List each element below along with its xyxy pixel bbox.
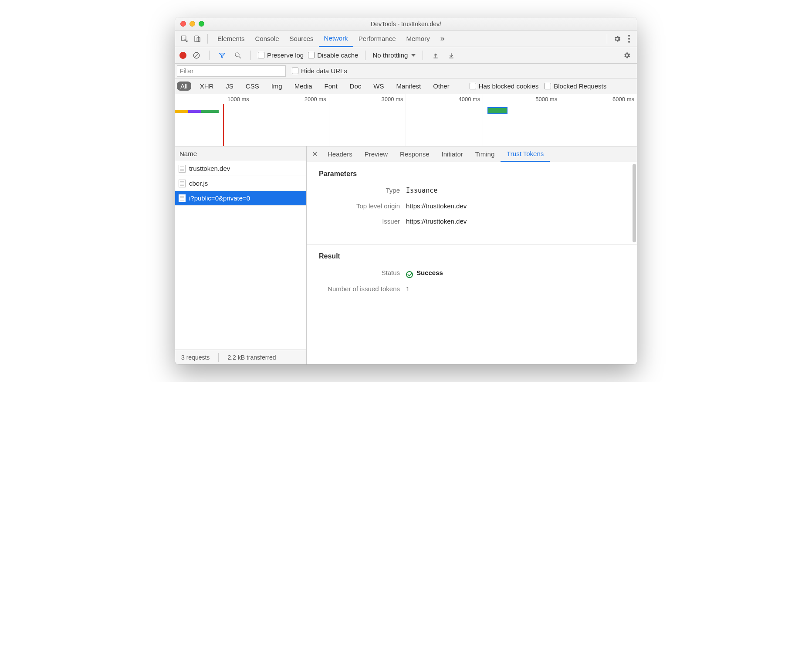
timeline-column: 2000 ms [252, 94, 329, 146]
download-har-icon[interactable] [446, 50, 457, 61]
blocked-requests-checkbox[interactable]: Blocked Requests [545, 82, 606, 90]
types-row: AllXHRJSCSSImgMediaFontDocWSManifestOthe… [175, 78, 637, 94]
svg-line-6 [239, 56, 241, 58]
file-icon [179, 165, 186, 173]
timeline-tick-label: 5000 ms [535, 96, 557, 102]
hide-data-urls-checkbox[interactable]: Hide data URLs [292, 67, 347, 75]
disable-cache-checkbox[interactable]: Disable cache [308, 51, 358, 59]
type-chip-all[interactable]: All [177, 82, 191, 91]
result-heading: Result [319, 252, 625, 260]
has-blocked-cookies-label: Has blocked cookies [479, 82, 539, 90]
filter-row: Hide data URLs [175, 64, 637, 78]
timeline-column: 4000 ms [406, 94, 483, 146]
timeline-tick-label: 6000 ms [612, 96, 634, 102]
panel-tab-network[interactable]: Network [319, 31, 353, 47]
type-chip-xhr[interactable]: XHR [196, 82, 217, 91]
filter-icon[interactable] [217, 50, 228, 61]
kv-key: Status [319, 269, 406, 277]
kv-row: StatusSuccess [319, 269, 625, 277]
separator [250, 51, 251, 60]
hide-data-urls-label: Hide data URLs [301, 67, 347, 75]
kv-key: Type [319, 187, 406, 194]
network-settings-icon[interactable] [621, 50, 633, 61]
window-title: DevTools - trusttoken.dev/ [175, 20, 637, 27]
name-column-header[interactable]: Name [175, 146, 306, 161]
request-row[interactable]: cbor.js [175, 176, 306, 191]
panel-tabs-row: ElementsConsoleSourcesNetworkPerformance… [175, 31, 637, 47]
separator [423, 51, 423, 60]
upload-har-icon[interactable] [430, 50, 441, 61]
chevron-down-icon [411, 54, 416, 57]
request-name: cbor.js [189, 180, 208, 187]
separator [207, 34, 208, 44]
separator [365, 51, 365, 60]
panel-tab-elements[interactable]: Elements [212, 31, 250, 47]
panel-tab-performance[interactable]: Performance [353, 31, 401, 47]
type-chip-js[interactable]: JS [222, 82, 237, 91]
kv-row: TypeIssuance [319, 187, 625, 194]
svg-point-5 [235, 53, 239, 57]
success-icon [406, 271, 413, 278]
kv-value: 1 [406, 285, 409, 292]
scrollbar-thumb[interactable] [633, 164, 636, 242]
kv-key: Top level origin [319, 202, 406, 210]
type-chip-ws[interactable]: WS [370, 82, 387, 91]
kebab-menu-icon[interactable] [625, 33, 633, 44]
timeline-tick-label: 4000 ms [458, 96, 480, 102]
timeline-selection[interactable] [487, 107, 508, 114]
preserve-log-label: Preserve log [267, 51, 304, 59]
detail-tab-timing[interactable]: Timing [469, 146, 501, 162]
main-split: Name trusttoken.devcbor.jsi?public=0&pri… [175, 146, 637, 364]
kv-key: Number of issued tokens [319, 285, 406, 292]
throttling-value: No throttling [372, 51, 408, 59]
type-chip-other[interactable]: Other [430, 82, 453, 91]
type-chip-doc[interactable]: Doc [346, 82, 365, 91]
kv-value: Success [406, 269, 443, 277]
search-icon[interactable] [232, 50, 244, 61]
type-chip-css[interactable]: CSS [242, 82, 263, 91]
type-chip-manifest[interactable]: Manifest [392, 82, 424, 91]
detail-tab-trust-tokens[interactable]: Trust Tokens [501, 146, 550, 162]
detail-tab-initiator[interactable]: Initiator [436, 146, 469, 162]
request-row[interactable]: i?public=0&private=0 [175, 191, 306, 206]
clear-icon[interactable] [191, 50, 202, 61]
kv-row: Number of issued tokens1 [319, 285, 625, 292]
has-blocked-cookies-checkbox[interactable]: Has blocked cookies [470, 82, 539, 90]
detail-tab-headers[interactable]: Headers [321, 146, 359, 162]
disable-cache-label: Disable cache [317, 51, 358, 59]
settings-icon[interactable] [612, 33, 623, 44]
panel-tab-console[interactable]: Console [250, 31, 284, 47]
type-chip-img[interactable]: Img [268, 82, 286, 91]
request-row[interactable]: trusttoken.dev [175, 161, 306, 176]
timeline-column: 3000 ms [329, 94, 406, 146]
type-chip-font[interactable]: Font [321, 82, 341, 91]
request-list: trusttoken.devcbor.jsi?public=0&private=… [175, 161, 306, 350]
record-button[interactable] [179, 52, 186, 59]
titlebar: DevTools - trusttoken.dev/ [175, 17, 637, 31]
inspect-element-icon[interactable] [179, 33, 190, 44]
filter-input[interactable] [177, 65, 286, 77]
kv-key: Issuer [319, 217, 406, 225]
type-chip-media[interactable]: Media [291, 82, 316, 91]
transferred-size: 2.2 kB transferred [221, 354, 282, 361]
panel-tab-memory[interactable]: Memory [401, 31, 435, 47]
detail-tab-response[interactable]: Response [394, 146, 436, 162]
file-icon [179, 180, 186, 187]
more-tabs-icon[interactable]: » [437, 33, 448, 44]
kv-value: Issuance [406, 187, 437, 194]
preserve-log-checkbox[interactable]: Preserve log [258, 51, 304, 59]
request-name: trusttoken.dev [189, 165, 230, 172]
timeline[interactable]: 1000 ms2000 ms3000 ms4000 ms5000 ms6000 … [175, 94, 637, 146]
kv-row: Issuerhttps://trusttoken.dev [319, 217, 625, 225]
status-bar: 3 requests 2.2 kB transferred [175, 350, 306, 364]
close-detail-icon[interactable]: ✕ [309, 150, 320, 158]
device-toolbar-icon[interactable] [192, 33, 203, 44]
timeline-tick-label: 2000 ms [304, 96, 326, 102]
throttling-select[interactable]: No throttling [372, 51, 416, 59]
network-toolbar: Preserve log Disable cache No throttling [175, 47, 637, 64]
kv-row: Top level originhttps://trusttoken.dev [319, 202, 625, 210]
kv-value: https://trusttoken.dev [406, 202, 467, 210]
blocked-requests-label: Blocked Requests [554, 82, 606, 90]
panel-tab-sources[interactable]: Sources [284, 31, 319, 47]
detail-tab-preview[interactable]: Preview [359, 146, 394, 162]
